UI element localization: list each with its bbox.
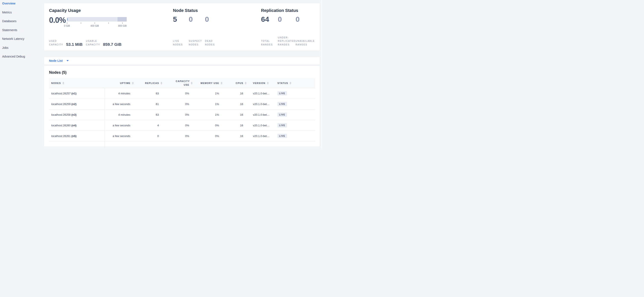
cpus-cell: 16 — [222, 109, 246, 120]
replication-status-title: Replication Status — [261, 8, 315, 13]
stat-value: 64 — [261, 15, 278, 23]
axis-tick-label: 0 GiB — [64, 24, 70, 27]
used-capacity-value: 53.1 MiB — [66, 42, 82, 46]
capacity-usage-section: Capacity Usage 0.0% 0 GiB400 GiB800 GiB … — [49, 8, 129, 46]
column-header-cpus[interactable]: CPUS — [222, 78, 246, 88]
column-header-memory-use[interactable]: MEMORY USE — [192, 78, 222, 88]
node-address: localhost:26259 — [51, 102, 70, 106]
node-address-cell[interactable]: localhost:26260 (n4) — [49, 120, 104, 131]
capacity-bar-axis: 0 GiB400 GiB800 GiB — [67, 21, 127, 28]
status-cell: LIVE — [272, 99, 315, 109]
memory-use-cell: 1% — [192, 109, 222, 120]
stat-value: 0 — [278, 15, 296, 23]
uptime-cell: a few seconds — [104, 120, 134, 131]
axis-tick — [108, 22, 109, 24]
status-cell: LIVE — [272, 120, 315, 131]
column-header-version[interactable]: VERSION — [246, 78, 272, 88]
replicas-cell: 0 — [134, 131, 162, 141]
version-cell: v20.1.0-bet… — [246, 120, 272, 131]
axis-tick — [81, 22, 81, 24]
node-address: localhost:26258 — [51, 113, 70, 116]
nodes-table-wrap: NODES UPTIME REPLICAS CAPACITY USE MEMOR… — [49, 78, 315, 148]
sidebar-item-statements[interactable]: Statements — [2, 28, 44, 37]
table-row: localhost:26258 (n3) 4 minutes 63 0% 1% … — [49, 109, 315, 120]
sort-icon — [290, 82, 291, 84]
capacity-use-cell: 0% — [162, 88, 192, 99]
column-header-replicas[interactable]: REPLICAS — [134, 78, 162, 88]
node-list-dropdown[interactable]: Node List — [49, 59, 69, 62]
sidebar-item-databases[interactable]: Databases — [2, 19, 44, 28]
node-address-cell[interactable]: localhost:26259 (n2) — [49, 99, 104, 109]
usable-capacity-value: 859.7 GiB — [103, 42, 122, 46]
replicas-cell: 63 — [134, 109, 162, 120]
stat-value: 0 — [205, 15, 222, 23]
version-cell: v20.1.0-bet… — [246, 131, 272, 141]
status-cell: LIVE — [272, 88, 315, 99]
node-address: localhost:26261 — [51, 134, 70, 138]
replicas-cell: 61 — [134, 99, 162, 109]
capacity-bar-nonusable-segment — [118, 17, 127, 21]
stat-label: DEAD NODES — [205, 39, 222, 46]
uptime-cell: 4 minutes — [104, 109, 134, 120]
node-address-cell[interactable]: localhost:26261 (n5) — [49, 131, 104, 141]
sidebar-item-overview[interactable]: Overview — [2, 2, 44, 11]
sidebar-item-jobs[interactable]: Jobs — [2, 46, 44, 55]
column-header-uptime[interactable]: UPTIME — [104, 78, 134, 88]
sidebar-item-network-latency[interactable]: Network Latency — [2, 37, 44, 46]
replicas-cell: 4 — [134, 120, 162, 131]
column-header-capacity-use[interactable]: CAPACITY USE — [162, 78, 192, 88]
node-list-dropdown-label: Node List — [49, 59, 63, 62]
capacity-use-cell: 0% — [162, 99, 192, 109]
capacity-usage-title: Capacity Usage — [49, 8, 129, 13]
stat-unavailable-ranges: 0UNAVAILABLE RANGES — [296, 15, 315, 46]
node-address-cell[interactable]: localhost:26257 (n1) — [49, 88, 104, 99]
sort-icon — [267, 82, 269, 84]
axis-tick-label: 400 GiB — [90, 24, 99, 27]
stat-suspect-nodes: 0SUSPECT NODES — [189, 15, 205, 46]
used-capacity-label: USED CAPACITY — [49, 39, 63, 46]
column-header-nodes[interactable]: NODES — [49, 78, 104, 88]
column-header-status[interactable]: STATUS — [272, 78, 315, 88]
sidebar: OverviewMetricsDatabasesStatementsNetwor… — [0, 0, 44, 64]
node-id: (n5) — [72, 134, 76, 138]
axis-tick-label: 800 GiB — [118, 24, 127, 27]
cpus-cell: 16 — [222, 88, 246, 99]
version-cell: v20.1.0-bet… — [246, 99, 272, 109]
memory-use-cell: 0% — [192, 131, 222, 141]
sidebar-item-metrics[interactable]: Metrics — [2, 11, 44, 19]
stat-value: 0 — [189, 15, 205, 23]
stat-label: LIVE NODES — [173, 39, 189, 46]
capacity-use-cell: 0% — [162, 120, 192, 131]
nodes-table: NODES UPTIME REPLICAS CAPACITY USE MEMOR… — [49, 78, 315, 141]
node-id: (n1) — [72, 92, 76, 95]
stat-label: TOTAL RANGES — [261, 39, 278, 46]
used-capacity-stat: USED CAPACITY 53.1 MiB — [49, 39, 82, 46]
version-cell: v20.1.0-bet… — [246, 88, 272, 99]
stat-label: UNAVAILABLE RANGES — [296, 39, 315, 46]
stat-label: SUSPECT NODES — [189, 39, 205, 46]
stat-value: 0 — [296, 15, 315, 23]
scrollbar-track[interactable] — [320, 0, 322, 148]
cpus-cell: 16 — [222, 120, 246, 131]
cluster-summary-card: Capacity Usage 0.0% 0 GiB400 GiB800 GiB … — [44, 3, 320, 51]
nodes-table-card: Nodes (5) NODES UPTIME REPLICAS CAPACITY… — [44, 65, 320, 147]
capacity-use-cell: 0% — [162, 109, 192, 120]
node-id: (n3) — [72, 113, 76, 116]
node-status-title: Node Status — [173, 8, 222, 13]
axis-tick — [95, 22, 95, 24]
memory-use-cell: 0% — [192, 120, 222, 131]
sidebar-item-advanced-debug[interactable]: Advanced Debug — [2, 55, 44, 64]
capacity-bar-chart: 0 GiB400 GiB800 GiB — [67, 16, 127, 28]
sort-icon — [132, 82, 134, 84]
node-address-cell[interactable]: localhost:26258 (n3) — [49, 109, 104, 120]
uptime-cell: a few seconds — [104, 99, 134, 109]
sort-icon — [245, 82, 246, 84]
stat-value: 5 — [173, 15, 189, 23]
version-cell: v20.1.0-bet… — [246, 109, 272, 120]
nodes-column-divider — [104, 88, 105, 148]
capacity-bar-used-indicator — [67, 18, 68, 20]
capacity-bar — [67, 17, 127, 21]
stat-label: UNDER-REPLICATED RANGES — [278, 36, 296, 46]
usable-capacity-label: USABLE CAPACITY — [86, 39, 100, 46]
table-row: localhost:26260 (n4) a few seconds 4 0% … — [49, 120, 315, 131]
